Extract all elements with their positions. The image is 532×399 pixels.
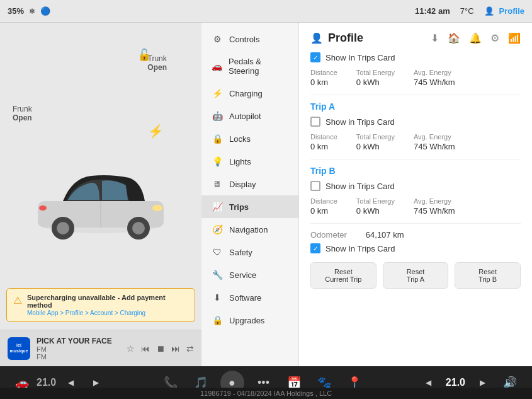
sidebar-item-label: Display xyxy=(229,180,256,189)
stop-icon[interactable]: ⏹ xyxy=(156,344,165,354)
main-area: Frunk Open Trunk Open 🔓 ⚡ xyxy=(0,23,532,366)
music-line3: FM xyxy=(37,353,120,361)
divider-3 xyxy=(310,223,521,224)
trip-a-avg-energy: Avg. Energy 745 Wh/km xyxy=(414,133,455,151)
screen-frame: 35% ❄ 🔵 11:42 am 7°C 👤 Profile Frunk Ope… xyxy=(0,0,532,399)
trip-b-show-in-trips-row[interactable]: ✓ Show in Trips Card xyxy=(310,181,521,191)
display-icon: 🖥 xyxy=(212,179,223,189)
snowflake-icon: ❄ xyxy=(29,7,35,16)
pedals-icon: 🚗 xyxy=(212,61,222,71)
sidebar-item-software[interactable]: ⬇Software xyxy=(201,286,298,309)
sidebar-item-label: Pedals & Steering xyxy=(229,57,288,76)
reset-trip-a-button[interactable]: ResetTrip A xyxy=(383,262,449,289)
settings-icon[interactable]: ⚙ xyxy=(490,32,499,44)
music-controls[interactable]: ☆ ⏮ ⏹ ⏭ ⇄ xyxy=(127,344,194,354)
sidebar-item-label: Trips xyxy=(229,202,249,212)
sidebar-item-navigation[interactable]: 🧭Navigation xyxy=(201,218,298,241)
trip-a-stats-row: Distance 0 km Total Energy 0 kWh Avg. En… xyxy=(310,133,521,151)
shuffle-icon[interactable]: ⇄ xyxy=(186,344,194,354)
divider-2 xyxy=(310,159,521,159)
alert-subtitle: Mobile App > Profile > Account > Chargin… xyxy=(27,309,145,316)
sidebar-item-lights[interactable]: 💡Lights xyxy=(201,150,298,173)
profile-show-in-trips-row[interactable]: ✓ Show In Trips Card xyxy=(310,52,521,62)
charging-icon: ⚡ xyxy=(212,88,223,98)
prev-icon[interactable]: ⏮ xyxy=(141,344,150,354)
sidebar-item-upgrades[interactable]: 🔒Upgrades xyxy=(201,309,298,332)
trip-a-distance: Distance 0 km xyxy=(310,133,337,151)
trip-a-title: Trip A xyxy=(310,101,521,112)
sidebar-item-locks[interactable]: 🔒Locks xyxy=(201,127,298,150)
temperature-display: 7°C xyxy=(460,6,474,16)
sidebar-item-label: Charging xyxy=(229,89,263,98)
music-logo: icimusique xyxy=(8,337,30,360)
profile-label[interactable]: Profile xyxy=(499,6,524,16)
sidebar-item-safety[interactable]: 🛡Safety xyxy=(201,241,298,263)
odometer-show-in-trips-row[interactable]: ✓ Show In Trips Card xyxy=(310,243,521,253)
trips-icon: 📈 xyxy=(212,202,223,212)
charging-indicator-icon: ⚡ xyxy=(148,124,164,139)
profile-header-icon: 👤 xyxy=(310,32,323,44)
software-icon: ⬇ xyxy=(212,292,223,303)
profile-trips-checkbox[interactable]: ✓ xyxy=(310,52,320,62)
reset-trip-b-button[interactable]: ResetTrip B xyxy=(455,262,521,289)
sidebar-item-pedals[interactable]: 🚗Pedals & Steering xyxy=(201,50,298,82)
content-header: 👤 Profile ⬇ 🏠 🔔 ⚙ 📶 xyxy=(310,32,521,45)
svg-point-5 xyxy=(132,222,145,234)
profile-distance: Distance 0 km xyxy=(310,69,337,87)
locks-icon: 🔒 xyxy=(212,134,223,144)
sidebar-item-service[interactable]: 🔧Service xyxy=(201,263,298,286)
trip-a-checkbox[interactable]: ✓ xyxy=(310,117,320,127)
music-bar: icimusique PICK AT YOUR FACE FM FM ☆ ⏮ ⏹… xyxy=(0,330,201,366)
divider-1 xyxy=(310,95,521,95)
controls-icon: ⚙ xyxy=(212,34,223,44)
sidebar-item-label: Upgrades xyxy=(229,316,264,325)
svg-point-3 xyxy=(57,222,69,234)
trip-b-title: Trip B xyxy=(310,166,521,176)
home-icon[interactable]: 🏠 xyxy=(448,32,460,44)
odometer-label: Odometer xyxy=(310,230,347,240)
bluetooth-icon: 🔵 xyxy=(40,6,50,16)
upgrades-icon: 🔒 xyxy=(212,315,223,325)
sidebar-item-label: Controls xyxy=(229,35,259,44)
trip-b-checkbox[interactable]: ✓ xyxy=(310,181,320,191)
odometer-row: Odometer 64,107 km xyxy=(310,230,521,240)
trip-b-trips-label: Show in Trips Card xyxy=(325,182,395,191)
favorite-icon[interactable]: ☆ xyxy=(127,344,135,354)
music-title: PICK AT YOUR FACE xyxy=(37,337,120,345)
frunk-label: Frunk Open xyxy=(13,105,32,122)
left-panel: Frunk Open Trunk Open 🔓 ⚡ xyxy=(0,23,201,366)
music-subtitle: FM xyxy=(37,345,120,353)
reset-buttons: ResetCurrent Trip ResetTrip A ResetTrip … xyxy=(310,262,521,289)
sidebar-item-label: Autopilot xyxy=(229,112,261,121)
download-icon[interactable]: ⬇ xyxy=(431,32,439,44)
sidebar-item-controls[interactable]: ⚙Controls xyxy=(201,28,298,50)
profile-total-energy: Total Energy 0 kWh xyxy=(356,69,395,87)
content-title: Profile xyxy=(328,32,363,45)
profile-trips-label: Show In Trips Card xyxy=(325,53,395,62)
sidebar-item-display[interactable]: 🖥Display xyxy=(201,173,298,195)
autopilot-icon: 🤖 xyxy=(212,111,223,121)
sidebar-item-charging[interactable]: ⚡Charging xyxy=(201,82,298,105)
odometer-checkbox[interactable]: ✓ xyxy=(310,243,320,253)
music-info: PICK AT YOUR FACE FM FM xyxy=(37,337,120,361)
content-icons: ⬇ 🏠 🔔 ⚙ 📶 xyxy=(431,32,521,44)
trip-b-avg-energy: Avg. Energy 745 Wh/km xyxy=(414,197,455,216)
unlock-icon: 🔓 xyxy=(137,48,151,62)
sidebar-item-autopilot[interactable]: 🤖Autopilot xyxy=(201,105,298,127)
trip-a-trips-label: Show in Trips Card xyxy=(325,117,395,127)
sidebar-item-label: Lights xyxy=(229,157,251,166)
signal-icon[interactable]: 📶 xyxy=(508,32,521,44)
reset-current-trip-button[interactable]: ResetCurrent Trip xyxy=(310,262,376,289)
taskbar-left-num: 21.0 xyxy=(37,377,56,388)
odometer-trips-label: Show In Trips Card xyxy=(325,244,395,253)
bell-icon[interactable]: 🔔 xyxy=(469,32,482,44)
sidebar-item-label: Navigation xyxy=(229,225,268,234)
sidebar-item-trips[interactable]: 📈Trips xyxy=(201,195,298,218)
next-icon[interactable]: ⏭ xyxy=(171,344,180,354)
alert-banner: ⚠ Supercharging unavailable - Add paymen… xyxy=(6,288,195,322)
trip-b-distance: Distance 0 km xyxy=(310,197,337,216)
trip-a-show-in-trips-row[interactable]: ✓ Show in Trips Card xyxy=(310,117,521,127)
sidebar-item-label: Software xyxy=(229,293,261,303)
trip-a-total-energy: Total Energy 0 kWh xyxy=(356,133,395,151)
alert-title: Supercharging unavailable - Add payment … xyxy=(27,294,188,309)
